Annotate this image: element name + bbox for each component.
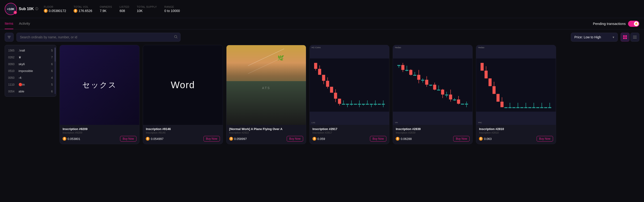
dropdown-row[interactable]: 1565 .\nall 5 <box>5 47 56 54</box>
sort-dropdown[interactable]: Price: Low to High ▾ <box>571 33 618 42</box>
search-input[interactable] <box>16 33 180 42</box>
buy-now-button[interactable]: Buy Now <box>204 136 220 142</box>
dropdown-name: impossible <box>18 69 49 73</box>
svg-rect-28 <box>350 104 353 105</box>
card-title: Inscription #9209 <box>62 127 136 131</box>
dropdown-row[interactable]: 0054 able 6 <box>5 88 56 95</box>
price-value: 0.054997 <box>151 137 164 141</box>
svg-rect-79 <box>461 104 464 105</box>
svg-rect-84 <box>480 63 484 70</box>
sort-label: Price: Low to High <box>574 35 601 39</box>
grid-view-button[interactable] <box>620 33 630 42</box>
pending-transactions-toggle[interactable]: 🔥 <box>628 21 639 27</box>
card-image: HC-Coins LXS <box>310 45 389 125</box>
card-price: ₿ 0.059 <box>312 137 325 141</box>
card-image: Hedao YPI <box>393 45 472 125</box>
svg-rect-1 <box>623 35 625 37</box>
card-card-2810[interactable]: Hedao FRC Inscription #2810 Inscription … <box>476 45 556 144</box>
svg-rect-40 <box>374 104 377 105</box>
btc-icon-vol: ₿ <box>74 9 77 13</box>
range-amount: 0 to 10000 <box>164 9 180 13</box>
dropdown-scrollbar[interactable] <box>54 48 56 94</box>
logo-area: <10K ⚡ Sub 10K ⓘ <box>5 3 38 15</box>
card-info: Inscription #9209 Inscription #9209 ₿ 0.… <box>60 125 139 144</box>
svg-rect-65 <box>433 85 436 89</box>
buy-now-button[interactable]: Buy Now <box>453 136 470 142</box>
buy-now-button[interactable]: Buy Now <box>370 136 386 142</box>
svg-rect-96 <box>504 107 508 108</box>
info-icon[interactable]: ⓘ <box>35 7 38 11</box>
dropdown-name: sky6 <box>18 62 49 66</box>
dropdown-panel[interactable]: 1565 .\nall 5 0262 ♛ 7 0093 sky6 6 0510 … <box>5 45 56 97</box>
dropdown-num: 0093 <box>8 63 17 66</box>
svg-rect-4 <box>625 37 627 39</box>
price-value: 0.06288 <box>401 137 412 141</box>
header: <10K ⚡ Sub 10K ⓘ FLOOR ₿ 0.05380172 TOTA… <box>0 0 644 18</box>
svg-rect-38 <box>370 104 373 105</box>
svg-rect-67 <box>437 89 440 90</box>
tab-items[interactable]: Items <box>5 18 13 29</box>
search-icon <box>174 35 178 40</box>
dropdown-row[interactable]: 0091 4 <box>5 95 56 97</box>
svg-rect-73 <box>449 94 452 99</box>
list-view-button[interactable] <box>630 33 639 42</box>
svg-rect-34 <box>362 104 365 105</box>
svg-rect-77 <box>457 99 460 104</box>
card-info: Inscription #2917 Inscription #2917 ₿ 0.… <box>310 125 389 144</box>
card-info: Inscription #2810 Inscription #2810 ₿ 0.… <box>476 125 556 144</box>
stat-total-vol: TOTAL VOL ₿ 176.6526 <box>74 6 92 13</box>
dropdown-row[interactable]: 0510 impossible 6 <box>5 67 56 74</box>
btc-icon: ₿ <box>62 137 66 141</box>
svg-rect-61 <box>425 80 428 85</box>
card-image: Hedao FRC <box>476 45 556 125</box>
svg-rect-3 <box>623 37 625 39</box>
card-price: ₿ 0.06288 <box>396 137 412 141</box>
dropdown-count: 4 <box>51 96 53 97</box>
svg-rect-90 <box>492 86 496 94</box>
card-card-9209[interactable]: セックス Inscription #9209 Inscription #9209… <box>60 45 140 144</box>
dropdown-rows: 1565 .\nall 5 0262 ♛ 7 0093 sky6 6 0510 … <box>5 47 56 97</box>
card-price: ₿ 0.058997 <box>229 137 247 141</box>
filter-button[interactable] <box>5 33 14 42</box>
card-subtitle: Inscription #9209 <box>62 131 136 134</box>
floor-value: ₿ 0.05380172 <box>44 9 66 13</box>
svg-rect-106 <box>524 107 528 108</box>
svg-rect-51 <box>405 70 408 71</box>
card-subtitle: Inscription #2810 <box>479 131 553 134</box>
collection-name: Sub 10K ⓘ <box>19 7 38 11</box>
price-value: 0.053801 <box>68 137 80 141</box>
buy-now-button[interactable]: Buy Now <box>120 136 136 142</box>
range-value: 0 to 10000 <box>164 9 180 13</box>
svg-rect-36 <box>366 104 369 105</box>
price-value: 0.058997 <box>234 137 247 141</box>
dropdown-row[interactable]: 0262 ♛ 7 <box>5 54 56 61</box>
svg-rect-110 <box>532 107 536 108</box>
buy-now-button[interactable]: Buy Now <box>287 136 303 142</box>
dropdown-count: 6 <box>51 90 53 93</box>
dropdown-name: -4: <box>18 76 49 79</box>
buy-now-button[interactable]: Buy Now <box>537 136 553 142</box>
tab-activity[interactable]: Activity <box>19 18 30 29</box>
stat-listed: LISTED 608 <box>120 6 130 13</box>
svg-rect-86 <box>484 70 488 78</box>
dropdown-count: 7 <box>51 56 53 59</box>
dropdown-count: 6 <box>51 69 53 73</box>
card-card-2917[interactable]: HC-Coins LXS Inscription #2917 Inscripti… <box>310 45 390 144</box>
card-card-2839[interactable]: Hedao YPI Inscription #2839 Inscription … <box>393 45 473 144</box>
card-card-2922[interactable]: 🌿 ATS [Normal Work] A Plane Flying Over … <box>226 45 306 144</box>
btc-icon: ₿ <box>229 137 233 141</box>
card-card-9146[interactable]: Word Inscription #9146 Inscription #9146… <box>143 45 223 144</box>
card-info: [Normal Work] A Plane Flying Over A Insc… <box>226 125 306 144</box>
dropdown-row[interactable]: 1110 🔴in 5 <box>5 81 56 88</box>
card-subtitle: Inscription #2917 <box>312 131 386 134</box>
dropdown-row[interactable]: 0093 sky6 6 <box>5 61 56 67</box>
collection-logo: <10K ⚡ <box>5 3 17 15</box>
price-value: 0.059 <box>318 137 325 141</box>
stat-range: RANGE 0 to 10000 <box>164 6 180 13</box>
svg-rect-114 <box>540 107 544 108</box>
svg-rect-32 <box>358 104 361 105</box>
total-vol-amount: 176.6526 <box>78 9 92 13</box>
svg-rect-8 <box>310 59 389 112</box>
dropdown-row[interactable]: 0050 -4: 4 <box>5 74 56 81</box>
card-title: Inscription #2839 <box>396 127 470 131</box>
